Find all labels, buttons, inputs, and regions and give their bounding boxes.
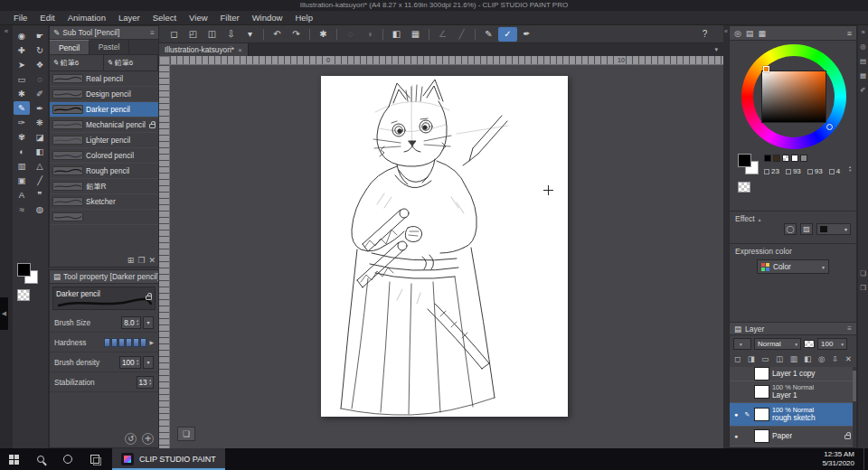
expression-color-dropdown[interactable]: Color ▾ — [757, 259, 829, 274]
snap-line-icon[interactable]: ╱ — [452, 27, 471, 42]
history-chip[interactable] — [800, 155, 807, 162]
menu-edit[interactable]: Edit — [33, 13, 61, 23]
subtool-item[interactable]: 鉛筆R — [50, 179, 158, 194]
deselect-icon[interactable]: ◌ — [341, 27, 360, 42]
taskbar-search-button[interactable] — [27, 448, 54, 470]
rotate-tool[interactable]: ↻ — [32, 43, 48, 57]
subtool-item-selected[interactable]: Darker pencil — [50, 102, 158, 118]
invert-selection-icon[interactable]: ◑ — [360, 27, 379, 42]
redo-icon[interactable]: ↷ — [287, 27, 306, 42]
grid-icon[interactable]: ▦ — [406, 27, 425, 42]
layer-row[interactable]: ● Paper — [730, 427, 853, 446]
blend-tool[interactable]: ◐ — [14, 145, 30, 158]
help-icon[interactable]: ? — [695, 27, 714, 42]
quick-subtool-2[interactable]: ✎ 鉛筆6 — [104, 55, 158, 70]
layer-row-selected[interactable]: ● ✎ 100 % Normal rough sketch — [730, 403, 853, 427]
quick-subtool-1[interactable]: ✎ 鉛筆6 — [50, 55, 104, 70]
layer-scrollbar[interactable] — [853, 367, 856, 447]
layer-row[interactable]: 100 % Normal Layer 1 — [730, 381, 853, 403]
subtool-item[interactable]: Design pencil — [50, 87, 158, 102]
color-slider-tab-icon[interactable]: ▤ — [746, 29, 754, 38]
reset-settings-icon[interactable]: ↺ — [125, 433, 137, 445]
ruler-layer-icon[interactable]: ◎ — [818, 354, 825, 363]
mask-icon[interactable]: ◧ — [804, 354, 811, 363]
show-desktop-button[interactable] — [863, 448, 868, 470]
pencil-tool[interactable]: ✎ — [14, 101, 30, 115]
correct-line-icon[interactable]: ✎ — [479, 27, 498, 42]
primary-color-swatch[interactable] — [738, 154, 751, 167]
balloon-tool[interactable]: ❞ — [32, 188, 48, 202]
rail-collapse-notch[interactable]: ◀ — [0, 297, 8, 330]
collapse-right-dock-icon[interactable]: « — [724, 28, 728, 34]
collapse-right-icon[interactable]: » — [861, 28, 864, 36]
history-chip[interactable] — [791, 155, 798, 162]
frame-tool[interactable]: ▣ — [14, 174, 30, 187]
menu-file[interactable]: File — [7, 13, 33, 23]
menu-window[interactable]: Window — [246, 13, 289, 23]
brush-preview-tile[interactable]: Darker pencil — [52, 287, 156, 310]
color-wheel[interactable] — [741, 44, 846, 149]
new-vector-layer-icon[interactable]: ◨ — [748, 354, 755, 363]
delete-subtool-icon[interactable]: ✕ — [148, 256, 156, 265]
menu-layer[interactable]: Layer — [112, 13, 146, 23]
transparent-color-swatch[interactable] — [738, 182, 750, 193]
subtool-item-clipped[interactable] — [50, 210, 158, 225]
pen-tool[interactable]: ✒ — [32, 101, 48, 115]
subtool-item[interactable]: Real pencil — [50, 71, 158, 87]
hand-tool[interactable]: ☛ — [32, 29, 48, 42]
visibility-toggle[interactable]: ● — [731, 411, 741, 418]
tab-pencil[interactable]: Pencil — [50, 40, 90, 54]
start-button[interactable] — [0, 448, 27, 470]
text-tool[interactable]: A — [14, 188, 30, 202]
figure-tool[interactable]: △ — [32, 159, 48, 173]
history-chip[interactable] — [764, 155, 771, 162]
eyedropper-tool[interactable]: ✐ — [32, 87, 48, 100]
menu-filter[interactable]: Filter — [214, 13, 246, 23]
canvas-page[interactable] — [321, 76, 568, 417]
snap-ruler-icon[interactable]: ∠ — [433, 27, 452, 42]
subtool-item[interactable]: Colored pencil — [50, 148, 158, 164]
export-icon[interactable]: ⇩ — [222, 27, 241, 42]
color-value-stepper[interactable]: ▴▾ — [849, 165, 851, 173]
subtool-item[interactable]: Mechanical pencil — [50, 118, 158, 133]
airbrush-tool[interactable]: ❋ — [32, 116, 48, 129]
taskbar-app-clip-studio[interactable]: CLIP STUDIO PAINT — [112, 448, 225, 470]
brush-density-dropdown[interactable]: ▾ — [143, 356, 154, 369]
operation-tool[interactable]: ➤ — [14, 58, 30, 71]
zoom-tool[interactable]: ◉ — [14, 29, 30, 42]
primary-color-swatch[interactable] — [17, 263, 31, 277]
brush-size-input[interactable]: 8.0 ▴▾ — [121, 316, 141, 329]
brush-tool[interactable]: ✑ — [14, 116, 30, 129]
canvas-viewport[interactable]: ❏ — [170, 65, 723, 448]
menu-help[interactable]: Help — [288, 13, 319, 23]
visibility-toggle[interactable]: ● — [731, 433, 741, 439]
open-icon[interactable]: ◰ — [184, 27, 203, 42]
effect-none-icon[interactable]: ◯ — [784, 223, 797, 235]
auto-select-tool[interactable]: ✱ — [14, 87, 30, 100]
add-subtool-icon[interactable]: ⊞ — [127, 256, 135, 265]
decoration-tool[interactable]: ✾ — [14, 130, 30, 144]
new-folder-icon[interactable]: ▭ — [761, 354, 769, 363]
subtool-item[interactable]: Rough pencil — [50, 164, 158, 179]
stepper-icon[interactable]: ▴▾ — [137, 359, 138, 366]
saturation-value-square[interactable] — [761, 70, 826, 123]
vector-line-icon[interactable]: ✒ — [517, 27, 536, 42]
new-icon[interactable]: ◻ — [165, 27, 184, 42]
taskbar-clock[interactable]: 12:35 AM 5/31/2020 — [822, 448, 863, 470]
gradient-tool[interactable]: ▥ — [14, 159, 30, 173]
task-view-button[interactable] — [81, 448, 108, 470]
fill-tool[interactable]: ◧ — [32, 145, 48, 158]
menu-animation[interactable]: Animation — [61, 13, 112, 23]
collapse-section-icon[interactable]: ▴ — [759, 216, 761, 222]
layer-color-dropdown[interactable]: ▾ — [816, 223, 851, 235]
color-slider-tab-icon[interactable]: ▤ — [860, 57, 866, 65]
register-settings-icon[interactable]: ✛ — [142, 433, 154, 445]
history-chip[interactable] — [773, 155, 780, 162]
fill-icon[interactable]: ◧ — [387, 27, 406, 42]
color-set-tab-icon[interactable]: ▦ — [860, 71, 866, 80]
canvas-corner-button[interactable]: ❏ — [177, 427, 195, 441]
hardness-slider[interactable]: ▶ — [104, 338, 154, 347]
hue-marker[interactable] — [763, 66, 769, 72]
layer-row[interactable]: Layer 1 copy — [730, 367, 853, 381]
subtool-item[interactable]: Sketcher — [50, 194, 158, 210]
